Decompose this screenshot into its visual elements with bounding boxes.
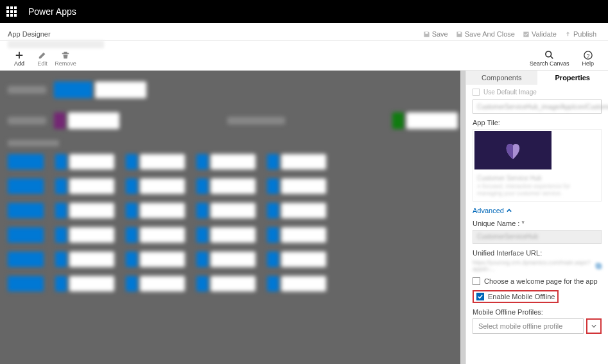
url-label: Unified Interface URL: <box>473 249 602 257</box>
tab-components[interactable]: Components <box>466 71 537 85</box>
svg-rect-12 <box>596 263 600 267</box>
save-and-close-button[interactable]: Save And Close <box>452 28 519 40</box>
svg-point-9 <box>546 51 552 57</box>
add-button[interactable]: Add <box>8 51 31 67</box>
designer-canvas[interactable] <box>0 71 465 364</box>
publish-icon <box>564 31 571 38</box>
sub-header: App Designer Save Save And Close Validat… <box>0 23 608 41</box>
image-dropdown[interactable]: CustomerServiceHub_image/AppIcon/Custome… <box>473 100 602 114</box>
app-tile-image <box>474 131 552 169</box>
canvas-grid-row <box>8 203 458 218</box>
main-area: Components Properties Use Default Image … <box>0 71 608 364</box>
unique-name-field: CustomerServiceHub <box>473 230 602 244</box>
help-icon: ? <box>584 51 593 60</box>
svg-rect-8 <box>14 14 17 17</box>
chevron-down-icon <box>591 324 596 329</box>
svg-rect-2 <box>14 6 17 9</box>
svg-rect-0 <box>6 6 9 9</box>
canvas-section-label <box>8 140 59 146</box>
toolbar: Add Edit Remove Search Canvas ?Help <box>0 48 608 71</box>
use-default-image-checkbox[interactable]: Use Default Image <box>473 89 602 96</box>
check-icon <box>478 294 483 299</box>
breadcrumb: App Designer <box>8 30 51 40</box>
canvas-grid-row <box>8 178 458 194</box>
svg-text:?: ? <box>586 53 589 59</box>
canvas-grid-row <box>8 252 458 267</box>
edit-button[interactable]: Edit <box>31 51 54 67</box>
offline-profile-select[interactable]: Select mobile offline profile <box>473 318 584 334</box>
global-header: Power Apps <box>0 0 608 23</box>
pencil-icon <box>38 51 47 60</box>
profiles-label: Mobile Offline Profiles: <box>473 308 602 316</box>
canvas-grid-row <box>8 227 458 243</box>
save-button[interactable]: Save <box>419 28 452 40</box>
app-launcher-button[interactable] <box>0 0 23 23</box>
canvas-grid-row <box>8 276 458 291</box>
svg-rect-5 <box>14 10 17 13</box>
svg-rect-7 <box>10 14 13 17</box>
save-icon <box>423 31 430 38</box>
svg-rect-6 <box>6 14 9 17</box>
save-close-icon <box>456 31 463 38</box>
url-value: https://yourorg.crm.dynamics.com/main.as… <box>473 259 602 272</box>
trash-icon <box>61 51 70 60</box>
tab-properties[interactable]: Properties <box>537 71 609 85</box>
help-button[interactable]: ?Help <box>575 51 600 67</box>
panel-tabs: Components Properties <box>466 71 608 85</box>
welcome-page-checkbox[interactable]: Choose a welcome page for the app <box>473 277 602 285</box>
svg-rect-3 <box>6 10 9 13</box>
remove-button[interactable]: Remove <box>54 51 77 67</box>
enable-offline-checkbox-highlighted[interactable]: Enable Mobile Offline <box>473 290 559 303</box>
copy-icon[interactable] <box>595 263 602 269</box>
canvas-grid-row <box>8 154 458 169</box>
app-title-row <box>0 41 608 48</box>
advanced-toggle[interactable]: Advanced <box>473 207 602 214</box>
unique-name-label: Unique Name : * <box>473 220 602 227</box>
brand-title: Power Apps <box>23 6 76 17</box>
canvas-row <box>8 78 458 101</box>
validate-button[interactable]: Validate <box>519 28 560 40</box>
svg-rect-13 <box>597 264 601 268</box>
svg-rect-4 <box>10 10 13 13</box>
app-tile-preview: Customer Service Hub A focused, interact… <box>473 129 602 202</box>
canvas-row <box>8 109 458 132</box>
chevron-up-icon <box>507 208 512 213</box>
app-tile-label: App Tile: <box>473 119 602 126</box>
waffle-icon <box>6 6 17 17</box>
offline-profile-dropdown-button-highlighted[interactable] <box>586 318 602 334</box>
heart-icon <box>500 137 526 163</box>
app-title-blurred <box>8 40 104 48</box>
search-icon <box>545 51 554 60</box>
publish-button[interactable]: Publish <box>560 28 600 40</box>
plus-icon <box>15 51 24 60</box>
search-canvas-button[interactable]: Search Canvas <box>523 51 576 67</box>
svg-rect-1 <box>10 6 13 9</box>
properties-panel: Components Properties Use Default Image … <box>465 71 608 364</box>
validate-icon <box>523 31 530 38</box>
